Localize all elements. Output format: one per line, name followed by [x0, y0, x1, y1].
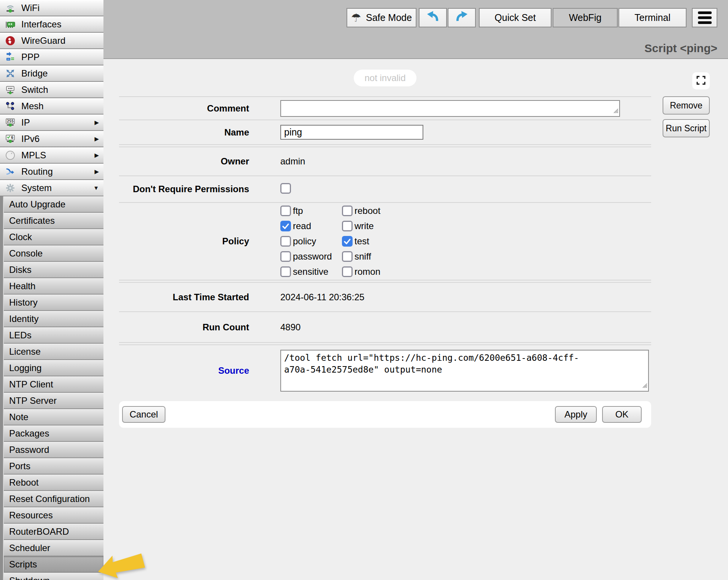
bridge-icon	[4, 68, 17, 79]
sidebar-item-note[interactable]: Note	[4, 409, 103, 425]
menu-button[interactable]	[692, 8, 717, 27]
sidebar-item-ip[interactable]: 255 IP ▶	[0, 115, 103, 130]
sidebar-item-label: MPLS	[21, 150, 46, 161]
policy-reboot-checkbox[interactable]	[342, 206, 353, 216]
sidebar-item-ntp-client[interactable]: NTP Client	[4, 376, 103, 392]
sidebar-item-license[interactable]: License	[4, 344, 103, 359]
chevron-right-icon: ▶	[94, 168, 99, 175]
sidebar-item-disks[interactable]: Disks	[4, 262, 103, 277]
tab-quick-set[interactable]: Quick Set	[479, 8, 552, 27]
comment-label: Comment	[119, 103, 249, 114]
sidebar-item-mpls[interactable]: MPLS ▶	[0, 147, 103, 163]
sidebar-item-switch[interactable]: Switch	[0, 82, 103, 97]
sidebar-item-leds[interactable]: LEDs	[4, 327, 103, 343]
sidebar-item-ppp[interactable]: PPP	[0, 49, 103, 65]
sidebar-item-certificates[interactable]: Certificates	[4, 213, 103, 228]
policy-password-checkbox[interactable]	[280, 251, 291, 262]
sidebar-item-packages[interactable]: Packages	[4, 425, 103, 441]
sidebar-item-password[interactable]: Password	[4, 442, 103, 457]
sidebar-item-label: WireGuard	[21, 35, 65, 46]
sidebar-item-label: System	[21, 183, 52, 193]
mpls-icon	[4, 150, 17, 161]
sidebar-item-mesh[interactable]: Mesh	[0, 98, 103, 114]
redo-button[interactable]	[448, 8, 476, 27]
policy-sensitive-checkbox[interactable]	[280, 266, 291, 277]
source-input[interactable]	[280, 350, 649, 392]
policy-sniff-checkbox[interactable]	[342, 251, 353, 262]
policy-test-checkbox[interactable]	[342, 236, 353, 247]
gear-icon	[4, 183, 17, 193]
sidebar-item-interfaces[interactable]: Interfaces	[0, 16, 103, 32]
tab-webfig[interactable]: WebFig	[553, 8, 618, 27]
last-time-started-label: Last Time Started	[119, 292, 249, 303]
sidebar-item-shutdown[interactable]: Shutdown	[4, 573, 103, 580]
dont-require-permissions-checkbox[interactable]	[280, 183, 291, 194]
fullscreen-icon	[695, 75, 707, 88]
last-time-started-value: 2024-06-11 20:36:25	[280, 292, 364, 303]
sidebar-item-reset-configuration[interactable]: Reset Configuration	[4, 491, 103, 507]
undo-button[interactable]	[419, 8, 447, 27]
sidebar-item-scheduler[interactable]: Scheduler	[4, 540, 103, 556]
policy-romon-checkbox[interactable]	[342, 266, 353, 277]
sidebar-item-history[interactable]: History	[4, 295, 103, 310]
ok-button[interactable]: OK	[602, 406, 642, 423]
name-label: Name	[119, 127, 249, 138]
page-title: Script <ping>	[644, 42, 717, 55]
ipv6-icon: 6	[4, 134, 17, 144]
form-button-bar: Cancel Apply OK	[119, 401, 651, 428]
sidebar-item-label: Switch	[21, 84, 48, 95]
policy-read-checkbox[interactable]	[280, 221, 291, 231]
sidebar-item-routing[interactable]: Routing ▶	[0, 164, 103, 179]
sidebar-item-resources[interactable]: Resources	[4, 507, 103, 523]
sidebar-item-ntp-server[interactable]: NTP Server	[4, 393, 103, 408]
cancel-button[interactable]: Cancel	[122, 406, 165, 423]
sidebar: WiFi Interfaces WireGuard PPP Bridge Swi…	[0, 0, 103, 580]
name-input[interactable]	[280, 125, 423, 140]
tab-terminal[interactable]: Terminal	[618, 8, 687, 27]
redo-icon	[455, 10, 469, 26]
ppp-icon	[4, 52, 17, 62]
ip-icon: 255	[4, 117, 17, 128]
svg-text:6: 6	[11, 135, 13, 140]
sidebar-item-identity[interactable]: Identity	[4, 311, 103, 327]
annotation-arrow	[96, 549, 145, 580]
svg-text:255: 255	[7, 119, 14, 123]
sidebar-item-health[interactable]: Health	[4, 278, 103, 294]
run-count-value: 4890	[280, 322, 300, 333]
sidebar-item-ports[interactable]: Ports	[4, 458, 103, 474]
fullscreen-button[interactable]	[692, 72, 710, 89]
sidebar-item-logging[interactable]: Logging	[4, 360, 103, 376]
wireguard-icon	[4, 35, 17, 46]
sidebar-item-label: PPP	[21, 52, 40, 62]
policy-policy-checkbox[interactable]	[280, 236, 291, 247]
sidebar-item-ipv6[interactable]: 6 IPv6 ▶	[0, 131, 103, 147]
sidebar-item-console[interactable]: Console	[4, 245, 103, 261]
sidebar-item-clock[interactable]: Clock	[4, 229, 103, 245]
sidebar-item-wireguard[interactable]: WireGuard	[0, 33, 103, 48]
apply-button[interactable]: Apply	[555, 406, 597, 423]
sidebar-item-label: Mesh	[21, 101, 44, 112]
sidebar-item-label: WiFi	[21, 3, 40, 13]
sidebar-item-reboot[interactable]: Reboot	[4, 475, 103, 490]
undo-icon	[426, 10, 440, 26]
remove-button[interactable]: Remove	[663, 96, 710, 115]
sidebar-item-bridge[interactable]: Bridge	[0, 65, 103, 81]
script-form: not invalid Comment Name Owner admin Don…	[119, 60, 651, 396]
switch-icon	[4, 84, 17, 95]
sidebar-item-scripts[interactable]: Scripts	[4, 556, 103, 572]
policy-ftp-checkbox[interactable]	[280, 206, 291, 216]
comment-input[interactable]	[280, 100, 620, 117]
source-label: Source	[119, 365, 249, 376]
run-script-button[interactable]: Run Script	[663, 119, 710, 137]
hamburger-icon	[698, 10, 712, 25]
sidebar-item-routerboard[interactable]: RouterBOARD	[4, 524, 103, 539]
safe-mode-button[interactable]: ☂ Safe Mode	[347, 8, 416, 27]
sidebar-item-auto-upgrade[interactable]: Auto Upgrade	[4, 196, 103, 212]
mesh-icon	[4, 101, 17, 112]
owner-label: Owner	[119, 156, 249, 167]
sidebar-item-label: IPv6	[21, 134, 40, 144]
sidebar-item-wifi[interactable]: WiFi	[0, 0, 103, 16]
policy-write-checkbox[interactable]	[342, 221, 353, 231]
wifi-icon	[4, 3, 17, 13]
sidebar-item-system[interactable]: System ▼	[0, 180, 103, 196]
